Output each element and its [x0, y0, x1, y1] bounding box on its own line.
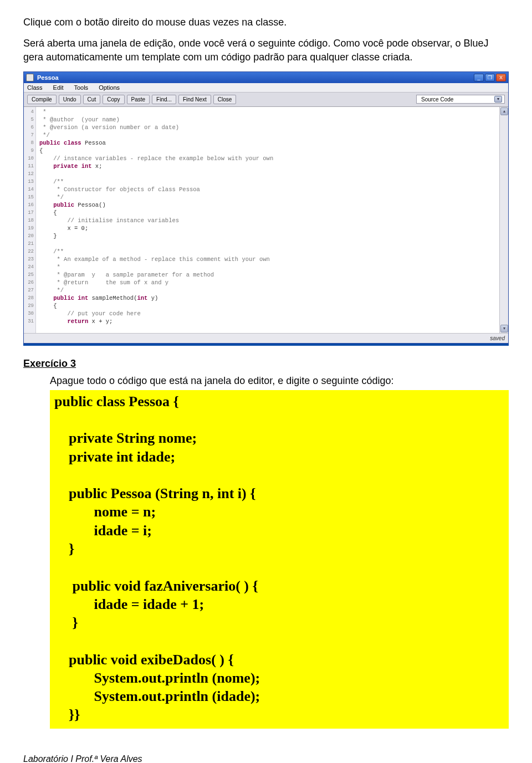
line-number: 9: [24, 147, 34, 155]
line-number: 16: [24, 201, 34, 209]
line-number: 7: [24, 131, 34, 139]
scroll-down-button[interactable]: ▾: [500, 325, 508, 332]
line-number: 29: [24, 302, 34, 310]
menu-edit[interactable]: Edit: [53, 84, 64, 91]
line-number: 25: [24, 271, 34, 279]
page-footer: Laboratório I Prof.ª Vera Alves: [23, 754, 509, 763]
line-number: 5: [24, 116, 34, 124]
close-button[interactable]: Close: [213, 95, 237, 104]
line-number: 6: [24, 124, 34, 131]
chevron-down-icon: ▾: [494, 96, 502, 103]
line-number: 10: [24, 155, 34, 162]
line-number: 22: [24, 248, 34, 255]
editor-window: Pessoa _ ❐ X Class Edit Tools Options Co…: [23, 71, 509, 344]
scroll-up-button[interactable]: ▴: [500, 107, 508, 115]
line-number: 4: [24, 108, 34, 116]
exercise-code-block: public class Pessoa { private String nom…: [50, 390, 509, 729]
line-number: 12: [24, 170, 34, 178]
exercise-heading: Exercício 3: [23, 358, 509, 370]
window-title: Pessoa: [37, 74, 474, 81]
line-number: 13: [24, 178, 34, 186]
exercise-instruction: Apague todo o código que está na janela …: [50, 375, 509, 387]
menu-tools[interactable]: Tools: [74, 84, 88, 91]
line-number: 24: [24, 263, 34, 271]
line-number: 19: [24, 224, 34, 232]
vertical-scrollbar[interactable]: ▴ ▾: [499, 107, 508, 333]
view-dropdown-label: Source Code: [421, 96, 453, 103]
maximize-button[interactable]: ❐: [485, 74, 495, 81]
code-content[interactable]: * * @author (your name) * @version (a ve…: [36, 107, 499, 333]
toolbar: Compile Undo Cut Copy Paste Find... Find…: [24, 93, 508, 107]
bluej-screenshot: Pessoa _ ❐ X Class Edit Tools Options Co…: [23, 71, 509, 346]
line-gutter: 4567891011121314151617181920212223242526…: [24, 107, 36, 333]
line-number: 31: [24, 318, 34, 325]
editor-area: 4567891011121314151617181920212223242526…: [24, 107, 508, 333]
paragraph-1: Clique com o botão direito do mouse duas…: [23, 16, 509, 29]
view-dropdown[interactable]: Source Code ▾: [416, 95, 505, 104]
line-number: 26: [24, 279, 34, 286]
menu-options[interactable]: Options: [99, 84, 120, 91]
line-number: 14: [24, 186, 34, 193]
line-number: 30: [24, 310, 34, 318]
status-bar: saved: [24, 333, 508, 343]
line-number: 18: [24, 217, 34, 224]
line-number: 8: [24, 139, 34, 147]
copy-button[interactable]: Copy: [103, 95, 124, 104]
close-window-button[interactable]: X: [496, 74, 506, 81]
cut-button[interactable]: Cut: [83, 95, 101, 104]
undo-button[interactable]: Undo: [59, 95, 81, 104]
line-number: 17: [24, 209, 34, 217]
paste-button[interactable]: Paste: [127, 95, 150, 104]
menu-class[interactable]: Class: [27, 84, 43, 91]
paragraph-2: Será aberta uma janela de edição, onde v…: [23, 37, 509, 64]
line-number: 27: [24, 286, 34, 294]
findnext-button[interactable]: Find Next: [178, 95, 211, 104]
line-number: 21: [24, 240, 34, 248]
line-number: 11: [24, 162, 34, 170]
line-number: 15: [24, 193, 34, 201]
find-button[interactable]: Find...: [152, 95, 176, 104]
app-icon: [26, 74, 34, 81]
line-number: 23: [24, 255, 34, 263]
compile-button[interactable]: Compile: [27, 95, 57, 104]
line-number: 20: [24, 232, 34, 240]
menu-bar: Class Edit Tools Options: [24, 83, 508, 93]
title-bar: Pessoa _ ❐ X: [24, 72, 508, 83]
line-number: 28: [24, 294, 34, 302]
minimize-button[interactable]: _: [474, 74, 484, 81]
